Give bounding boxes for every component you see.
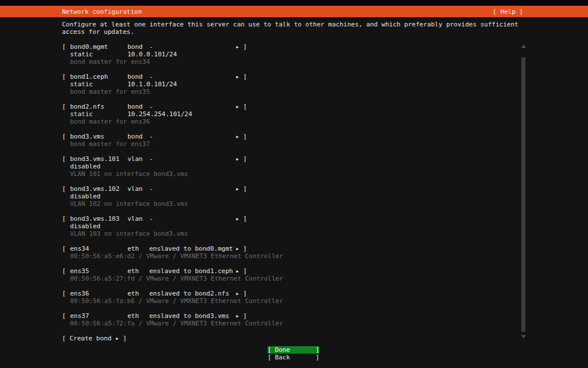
interface-type: vlan bbox=[127, 185, 149, 193]
interface-type: eth bbox=[127, 245, 149, 252]
help-button[interactable]: [ Help ] bbox=[493, 8, 523, 16]
interface-info: - bbox=[149, 155, 247, 163]
interface-row-main-line[interactable]: [ bond3.vms.102 vlan - ▸ ] bbox=[62, 185, 247, 193]
interface-type: vlan bbox=[127, 215, 149, 223]
back-button[interactable]: [ Back ] bbox=[268, 354, 319, 361]
interface-row-main-line[interactable]: [ ens36 eth enslaved to bond2.nfs ▸ ] bbox=[62, 290, 247, 297]
interface-note: VLAN 101 on interface bond3.vms bbox=[62, 170, 521, 178]
done-button[interactable]: [ Done ] bbox=[268, 346, 319, 354]
interface-row[interactable]: [ bond0.mgmt bond - ▸ ] static 10.0.0.10… bbox=[62, 43, 521, 66]
interface-mode: static bbox=[70, 51, 127, 58]
interface-config-line: static 10.254.254.101/24 bbox=[62, 110, 521, 118]
page-title: Network configuration bbox=[62, 8, 142, 16]
expand-arrow-icon: ▸ ] bbox=[235, 133, 247, 140]
interface-row-main-line[interactable]: [ ens37 eth enslaved to bond3.vms ▸ ] bbox=[62, 312, 247, 320]
bracket-open: [ bbox=[268, 354, 272, 361]
interface-type: vlan bbox=[127, 155, 149, 163]
bracket-open: [ bbox=[62, 43, 70, 51]
expand-arrow-icon: ▸ ] bbox=[235, 103, 247, 110]
interface-config-line: static 10.0.0.101/24 bbox=[62, 51, 521, 58]
interface-row[interactable]: [ bond3.vms.103 vlan - ▸ ] disabled VLAN… bbox=[62, 215, 521, 237]
interface-type: bond bbox=[127, 103, 149, 110]
expand-arrow-icon: ▸ ] bbox=[235, 43, 247, 51]
bracket-open: [ bbox=[62, 290, 70, 297]
interface-note: 00:50:56:a5:27:fd / VMware / VMXNET3 Eth… bbox=[62, 275, 521, 282]
interface-row-main-line[interactable]: [ bond2.nfs bond - ▸ ] bbox=[62, 103, 247, 110]
bracket-open: [ bbox=[62, 215, 70, 223]
expand-arrow-icon: ▸ ] bbox=[235, 267, 247, 275]
interface-note: bond master for ens34 bbox=[62, 58, 521, 66]
interface-name: bond3.vms bbox=[70, 133, 127, 140]
interface-address: 10.1.0.101/24 bbox=[127, 80, 177, 88]
interface-name: bond3.vms.103 bbox=[70, 215, 127, 223]
bracket-open: [ bbox=[62, 312, 70, 320]
bracket-open: [ bbox=[62, 103, 70, 110]
interface-info: - bbox=[149, 103, 247, 110]
bracket-open: [ bbox=[62, 155, 70, 163]
interface-row[interactable]: [ ens36 eth enslaved to bond2.nfs ▸ ] 00… bbox=[62, 290, 521, 305]
interface-note: 00:50:56:a5:fa:b6 / VMware / VMXNET3 Eth… bbox=[62, 297, 521, 305]
interface-row[interactable]: [ bond3.vms.101 vlan - ▸ ] disabled VLAN… bbox=[62, 155, 521, 178]
intro-text: Configure at least one interface this se… bbox=[62, 21, 521, 36]
interface-note: bond master for ens36 bbox=[62, 118, 521, 125]
interface-note: VLAN 103 on interface bond3.vms bbox=[62, 230, 521, 237]
interface-type: eth bbox=[127, 267, 149, 275]
interface-list: [ bond0.mgmt bond - ▸ ] static 10.0.0.10… bbox=[62, 43, 521, 327]
interface-row[interactable]: [ bond2.nfs bond - ▸ ] static 10.254.254… bbox=[62, 103, 521, 125]
interface-row-main-line[interactable]: [ ens34 eth enslaved to bond0.mgmt ▸ ] bbox=[62, 245, 247, 252]
interface-name: ens35 bbox=[70, 267, 127, 275]
interface-info: - bbox=[149, 185, 247, 193]
interface-info: - bbox=[149, 73, 247, 80]
expand-arrow-icon: ▸ ] bbox=[235, 73, 247, 80]
interface-name: bond3.vms.102 bbox=[70, 185, 127, 193]
interface-row-main-line[interactable]: [ bond1.ceph bond - ▸ ] bbox=[62, 73, 247, 80]
interface-row[interactable]: [ ens37 eth enslaved to bond3.vms ▸ ] 00… bbox=[62, 312, 521, 327]
create-bond-button[interactable]: [ Create bond ▸ ] bbox=[62, 335, 521, 342]
interface-config-line: disabled bbox=[62, 163, 521, 170]
interface-row-main-line[interactable]: [ bond0.mgmt bond - ▸ ] bbox=[62, 43, 247, 51]
back-button-label: Back bbox=[275, 354, 291, 361]
bracket-open: [ bbox=[62, 267, 70, 275]
scroll-up-arrow-icon[interactable] bbox=[521, 45, 526, 48]
bracket-open: [ bbox=[268, 346, 272, 354]
interface-config-line: disabled bbox=[62, 193, 521, 200]
main-content: Configure at least one interface this se… bbox=[62, 21, 521, 342]
interface-name: ens36 bbox=[70, 290, 127, 297]
interface-row[interactable]: [ bond3.vms bond - ▸ ] bond master for e… bbox=[62, 133, 521, 148]
interface-row[interactable]: [ bond3.vms.102 vlan - ▸ ] disabled VLAN… bbox=[62, 185, 521, 208]
interface-note: bond master for ens35 bbox=[62, 88, 521, 95]
interface-mode: disabled bbox=[70, 223, 127, 230]
expand-arrow-icon: ▸ ] bbox=[235, 155, 247, 163]
interface-name: bond0.mgmt bbox=[70, 43, 127, 51]
interface-note: bond master for ens37 bbox=[62, 140, 521, 148]
interface-row-main-line[interactable]: [ bond3.vms.101 vlan - ▸ ] bbox=[62, 155, 247, 163]
interface-info: - bbox=[149, 43, 247, 51]
scroll-down-arrow-icon[interactable] bbox=[521, 335, 526, 338]
scrollbar[interactable] bbox=[520, 45, 527, 338]
bracket-open: [ bbox=[62, 185, 70, 193]
done-button-label: Done bbox=[275, 346, 291, 354]
expand-arrow-icon: ▸ ] bbox=[235, 215, 247, 223]
interface-row-main-line[interactable]: [ bond3.vms.103 vlan - ▸ ] bbox=[62, 215, 247, 223]
interface-row[interactable]: [ ens35 eth enslaved to bond1.ceph ▸ ] 0… bbox=[62, 267, 521, 282]
interface-row[interactable]: [ bond1.ceph bond - ▸ ] static 10.1.0.10… bbox=[62, 73, 521, 95]
interface-type: eth bbox=[127, 290, 149, 297]
interface-type: bond bbox=[127, 43, 149, 51]
interface-row[interactable]: [ ens34 eth enslaved to bond0.mgmt ▸ ] 0… bbox=[62, 245, 521, 260]
bracket-close: ] bbox=[123, 335, 127, 342]
interface-info: enslaved to bond2.nfs bbox=[149, 290, 247, 297]
interface-row-main-line[interactable]: [ ens35 eth enslaved to bond1.ceph ▸ ] bbox=[62, 267, 247, 275]
create-bond-label: Create bond bbox=[69, 335, 111, 342]
interface-row-main-line[interactable]: [ bond3.vms bond - ▸ ] bbox=[62, 133, 247, 140]
interface-mode: disabled bbox=[70, 163, 127, 170]
interface-name: bond1.ceph bbox=[70, 73, 127, 80]
interface-note: VLAN 102 on interface bond3.vms bbox=[62, 200, 521, 208]
bracket-close: ] bbox=[315, 354, 319, 361]
installer-screen: Network configuration [ Help ] Configure… bbox=[0, 0, 588, 368]
interface-info: enslaved to bond1.ceph bbox=[149, 267, 247, 275]
interface-name: bond2.nfs bbox=[70, 103, 127, 110]
bracket-close: ] bbox=[315, 346, 319, 354]
scrollbar-thumb[interactable] bbox=[521, 57, 525, 332]
top-strip bbox=[0, 0, 588, 6]
expand-arrow-icon: ▸ bbox=[115, 335, 119, 342]
